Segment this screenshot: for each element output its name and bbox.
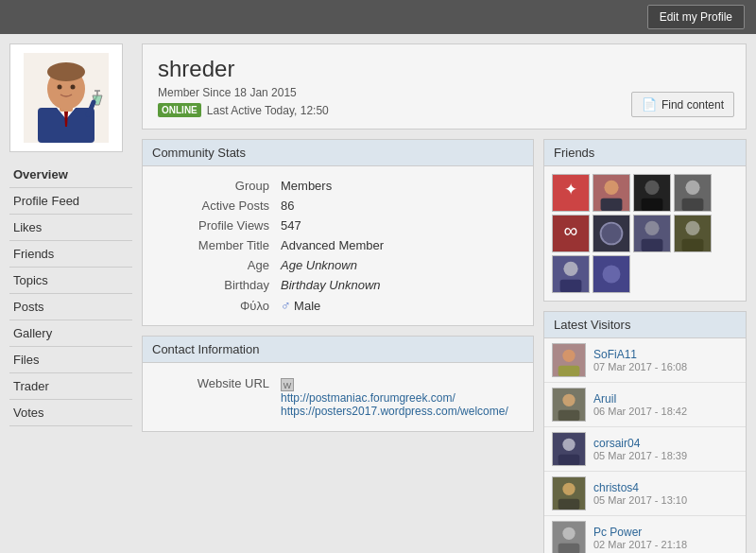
- page-wrapper: Edit my Profile: [0, 0, 756, 553]
- nav-item-profile-feed[interactable]: Profile Feed: [9, 188, 132, 215]
- friend-thumb[interactable]: [593, 255, 630, 293]
- visitor-name[interactable]: corsair04: [593, 437, 687, 450]
- svg-rect-53: [558, 544, 580, 553]
- nav-item-posts[interactable]: Posts: [9, 294, 132, 320]
- svg-text:∞: ∞: [564, 219, 578, 241]
- stat-label: Birthday: [152, 275, 275, 295]
- table-row: Φύλο ♂ Male: [152, 295, 524, 316]
- visitor-item: Pc Power 02 Mar 2017 - 21:18: [544, 516, 746, 553]
- table-row: Member Title Advanced Member: [152, 235, 524, 255]
- stat-value: Members: [275, 176, 524, 196]
- svg-point-43: [562, 394, 575, 406]
- svg-point-29: [644, 221, 659, 235]
- nav-item-gallery[interactable]: Gallery: [9, 320, 132, 347]
- table-row: Birthday Birthday Unknown: [152, 275, 524, 295]
- nav-item-trader[interactable]: Trader: [9, 373, 132, 400]
- latest-visitors-header: Latest Visitors: [544, 312, 746, 338]
- website-link-1[interactable]: http://postmaniac.forumgreek.com/: [281, 391, 518, 405]
- svg-rect-47: [558, 455, 580, 465]
- nav-list: Overview Profile Feed Likes Friends Topi…: [9, 162, 132, 426]
- friend-thumb[interactable]: [633, 215, 671, 252]
- nav-item-likes[interactable]: Likes: [9, 215, 132, 241]
- website-link-2[interactable]: https://posters2017.wordpress.com/welcom…: [281, 405, 518, 418]
- svg-rect-30: [642, 239, 663, 251]
- edit-profile-button[interactable]: Edit my Profile: [647, 5, 745, 29]
- visitor-info: SoFiA11 07 Mar 2017 - 16:08: [593, 348, 687, 372]
- visitor-name[interactable]: christos4: [593, 481, 687, 494]
- stat-label: Active Posts: [152, 196, 275, 216]
- visitor-name[interactable]: SoFiA11: [593, 348, 687, 361]
- friends-section: Friends ✦: [543, 139, 747, 302]
- visitor-info: Pc Power 02 Mar 2017 - 21:18: [593, 526, 687, 550]
- visitor-avatar: [552, 521, 586, 553]
- visitor-item: corsair04 05 Mar 2017 - 18:39: [544, 427, 746, 472]
- svg-point-52: [562, 527, 575, 540]
- svg-rect-33: [682, 239, 704, 251]
- friend-thumb[interactable]: [593, 174, 630, 212]
- stat-label: Φύλο: [152, 295, 275, 316]
- left-sidebar: Overview Profile Feed Likes Friends Topi…: [9, 43, 132, 553]
- stat-value: ♂ Male: [275, 295, 524, 316]
- community-stats-section: Community Stats Group Members Active P: [142, 139, 534, 326]
- stat-label: Age: [152, 255, 275, 275]
- svg-point-16: [604, 181, 618, 195]
- svg-point-8: [71, 85, 76, 90]
- stat-value: Birthday Unknown: [275, 275, 524, 295]
- visitor-name[interactable]: Pc Power: [593, 526, 687, 539]
- contact-value: W http://postmaniac.forumgreek.com/ http…: [275, 372, 524, 422]
- svg-rect-17: [601, 199, 623, 211]
- stat-label: Member Title: [152, 235, 275, 255]
- visitor-item: SoFiA11 07 Mar 2017 - 16:08: [544, 338, 746, 383]
- stat-label: Group: [152, 176, 275, 196]
- find-content-button[interactable]: 📄 Find content: [631, 92, 734, 117]
- stat-value: Age Unknown: [275, 255, 524, 275]
- nav-item-overview[interactable]: Overview: [9, 162, 132, 188]
- visitors-list: SoFiA11 07 Mar 2017 - 16:08 AruiI: [544, 338, 746, 553]
- svg-point-38: [603, 266, 621, 284]
- top-bar: Edit my Profile: [0, 0, 756, 34]
- friend-thumb[interactable]: ∞: [552, 215, 590, 252]
- svg-rect-41: [558, 366, 580, 376]
- nav-item-files[interactable]: Files: [9, 347, 132, 373]
- nav-item-topics[interactable]: Topics: [9, 268, 132, 294]
- friend-thumb[interactable]: [674, 215, 712, 252]
- table-row: Profile Views 547: [152, 216, 524, 235]
- nav-item-friends[interactable]: Friends: [9, 241, 132, 268]
- friends-header: Friends: [544, 140, 746, 166]
- visitor-avatar: [552, 476, 586, 510]
- main-content: Overview Profile Feed Likes Friends Topi…: [0, 34, 756, 553]
- visitor-avatar: [552, 343, 586, 377]
- visitor-avatar: [552, 432, 586, 466]
- visitor-info: AruiI 06 Mar 2017 - 18:42: [593, 392, 687, 417]
- svg-point-7: [58, 85, 62, 90]
- visitor-name[interactable]: AruiI: [593, 392, 687, 406]
- contact-body: Website URL W http://postmaniac.forumgre…: [143, 363, 533, 431]
- friend-thumb[interactable]: [593, 215, 630, 252]
- friend-thumb[interactable]: [674, 174, 712, 212]
- nav-item-votes[interactable]: Votes: [9, 400, 132, 426]
- svg-point-32: [685, 221, 699, 235]
- table-row: Age Age Unknown: [152, 255, 524, 275]
- svg-point-19: [644, 181, 659, 195]
- stat-value: Advanced Member: [275, 235, 524, 255]
- svg-rect-50: [558, 499, 580, 510]
- svg-point-27: [601, 223, 623, 245]
- document-icon: 📄: [642, 97, 657, 112]
- friend-thumb[interactable]: ✦: [552, 174, 590, 212]
- visitor-date: 07 Mar 2017 - 16:08: [593, 361, 687, 372]
- visitor-date: 05 Mar 2017 - 18:39: [593, 450, 687, 461]
- svg-point-22: [685, 181, 699, 195]
- visitor-date: 05 Mar 2017 - 13:10: [593, 494, 687, 506]
- profile-username: shreder: [158, 56, 730, 82]
- online-badge: ONLINE: [158, 103, 201, 117]
- table-row: Active Posts 86: [152, 196, 524, 216]
- friend-thumb[interactable]: [552, 255, 590, 293]
- svg-point-46: [562, 439, 575, 451]
- find-content-label: Find content: [662, 98, 724, 112]
- svg-rect-44: [558, 410, 580, 421]
- friend-thumb[interactable]: [633, 174, 671, 212]
- last-active: Last Active Today, 12:50: [207, 104, 329, 117]
- svg-rect-20: [642, 199, 663, 211]
- two-col: Community Stats Group Members Active P: [142, 139, 747, 553]
- community-stats-body: Group Members Active Posts 86 Profile Vi…: [143, 166, 533, 325]
